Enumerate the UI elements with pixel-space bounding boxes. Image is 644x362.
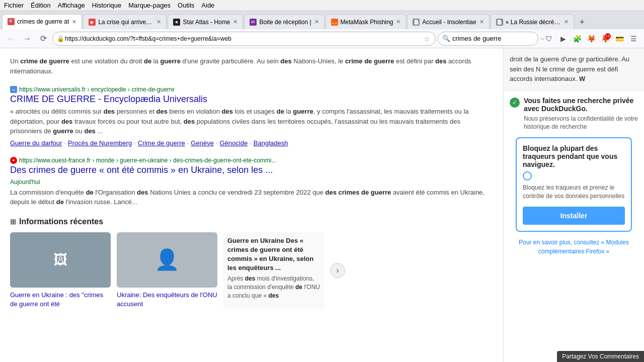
related-link-darfour[interactable]: Guerre du darfour xyxy=(10,139,62,147)
modules-link[interactable]: Pour en savoir plus, consultez « Modules… xyxy=(510,238,638,256)
result-url-3: ● https://www.ouest-france.fr › monde › … xyxy=(10,157,493,164)
privacy-header: ✓ Vous faites une recherche privée avec … xyxy=(510,97,638,132)
tab-label-6: Accueil - Insolentiae xyxy=(422,19,476,26)
menu-marque-pages[interactable]: Marque-pages xyxy=(128,2,171,9)
related-link-nuremberg[interactable]: Procès de Nuremberg xyxy=(68,139,132,147)
news-card-title-1[interactable]: Guerre en Ukraine : des "crimes de guerr… xyxy=(10,291,111,309)
wiki-panel: droit de la guerre d'une gr particulière… xyxy=(504,48,644,90)
shield-icon[interactable]: 🛡 xyxy=(542,32,555,45)
tab-5[interactable]: 🦊 MetaMask Phishing ✕ xyxy=(326,14,407,29)
menu-fichier[interactable]: Fichier xyxy=(4,2,24,9)
related-link-geneve[interactable]: Genève xyxy=(191,139,214,147)
tracker-radio-icon[interactable] xyxy=(523,171,532,180)
tab-close-1[interactable]: ✕ xyxy=(72,19,76,25)
result-url-2: u https://www.universalis.fr › encyclope… xyxy=(10,86,493,93)
result-item-2: u https://www.universalis.fr › encyclope… xyxy=(10,86,493,147)
extensions-icon[interactable]: 🧩 xyxy=(571,32,584,45)
news-card-img-1: 🖼 xyxy=(10,232,111,288)
tab-favicon-2: ▶ xyxy=(89,19,96,26)
tab-close-7[interactable]: ✕ xyxy=(564,19,569,25)
wiki-text: droit de la guerre d'une gr particulière… xyxy=(510,54,638,84)
reload-button[interactable]: ⟳ xyxy=(36,32,50,46)
tab-6[interactable]: 📄 Accueil - Insolentiae ✕ xyxy=(407,14,489,29)
bookmark-star-icon[interactable]: ☆ xyxy=(424,35,430,43)
news-grid: 🖼 Guerre en Ukraine : des "crimes de gue… xyxy=(10,232,493,309)
news-card-1: 🖼 Guerre en Ukraine : des "crimes de gue… xyxy=(10,232,111,309)
metamask-icon[interactable]: 🦊 12 xyxy=(599,32,612,45)
fox-icon[interactable]: 🦊 xyxy=(585,32,598,45)
news-next-button[interactable]: › xyxy=(330,263,345,278)
tab-favicon-7: 📄 xyxy=(496,19,503,26)
tab-close-2[interactable]: ✕ xyxy=(156,19,161,25)
menu-icon[interactable]: ☰ xyxy=(627,32,640,45)
tab-favicon-3: ★ xyxy=(173,19,180,26)
play-icon[interactable]: ▶ xyxy=(556,32,570,45)
url-display[interactable]: https://duckduckgo.com/?t=ffsb&q=crimes+… xyxy=(65,35,422,42)
news-text-title-3: Guerre en Ukraine Des « crimes de guerre… xyxy=(227,236,320,273)
tracker-panel: Bloquez la plupart des traqueurs pendant… xyxy=(516,137,632,232)
result-favicon-3: ● xyxy=(10,157,17,164)
result-title-2[interactable]: CRIME DE GUERRE - Encyclopædia Universal… xyxy=(10,94,493,105)
right-sidebar: droit de la guerre d'une gr particulière… xyxy=(503,48,644,362)
menu-outils[interactable]: Outils xyxy=(178,2,194,9)
related-link-genocide[interactable]: Génocide xyxy=(220,139,248,147)
result-snippet-1: Un crime de guerre est une violation du … xyxy=(10,56,493,76)
tab-label-7: « La Russie décrète ... xyxy=(506,19,561,26)
news-card-3: Guerre en Ukraine Des « crimes de guerre… xyxy=(223,232,324,309)
news-card-img-2: 👤 xyxy=(117,232,217,288)
tab-close-5[interactable]: ✕ xyxy=(396,19,400,25)
privacy-panel: ✓ Vous faites une recherche privée avec … xyxy=(504,90,644,262)
result-snippet-2: « atrocités ou délits commis sur des per… xyxy=(10,107,493,136)
news-card-title-2[interactable]: Ukraine: Des enquêteurs de l'ONU accusen… xyxy=(117,291,217,309)
menu-bar: Fichier Édition Affichage Historique Mar… xyxy=(0,0,644,11)
tab-favicon-5: 🦊 xyxy=(331,19,338,26)
forward-button[interactable]: → xyxy=(20,32,34,46)
tab-close-4[interactable]: ✕ xyxy=(314,19,319,25)
tab-1[interactable]: 🔍 crimes de guerre at ✕ xyxy=(2,14,82,29)
section-header-recent: ⊞ Informations récentes xyxy=(10,217,493,226)
tab-close-6[interactable]: ✕ xyxy=(479,19,484,25)
tab-7[interactable]: 📄 « La Russie décrète ... ✕ xyxy=(491,14,574,29)
metamask-badge: 12 xyxy=(605,33,611,39)
tab-3[interactable]: ★ Star Atlas - Home ✕ xyxy=(168,14,243,29)
tab-2[interactable]: ▶ La crise qui arrive, e... ✕ xyxy=(83,14,167,29)
new-tab-button[interactable]: + xyxy=(575,15,589,29)
tab-favicon-6: 📄 xyxy=(413,19,420,26)
related-links-2: Guerre du darfour · Procès de Nuremberg … xyxy=(10,139,493,147)
install-button[interactable]: Installer xyxy=(523,207,625,225)
menu-historique[interactable]: Historique xyxy=(92,2,122,9)
address-bar: ← → ⟳ 🔒 https://duckduckgo.com/?t=ffsb&q… xyxy=(0,29,644,48)
related-link-bangladesh[interactable]: Bangladesh xyxy=(254,139,288,147)
section-icon-news: ⊞ xyxy=(10,218,16,226)
tab-favicon-1: 🔍 xyxy=(8,18,15,25)
tab-favicon-4: ✉ xyxy=(250,19,257,26)
privacy-check-icon: ✓ xyxy=(510,98,520,108)
tab-label-5: MetaMask Phishing xyxy=(341,19,393,26)
back-button[interactable]: ← xyxy=(4,32,18,46)
news-img-placeholder-1: 🖼 xyxy=(10,232,111,288)
news-img-placeholder-2: 👤 xyxy=(117,232,217,288)
result-date-3: Aujourd'hui xyxy=(10,177,493,187)
bottom-bar[interactable]: Partagez Vos Commentaires xyxy=(557,351,644,362)
search-icon: 🔍 xyxy=(442,35,450,42)
privacy-content: Vous faites une recherche privée avec Du… xyxy=(524,97,638,132)
url-lock-icon: 🔒 xyxy=(57,35,64,42)
wallet-icon[interactable]: 💳 xyxy=(613,32,626,45)
tab-label-1: crimes de guerre at xyxy=(17,18,69,25)
result-url-text-3: https://www.ouest-france.fr › monde › gu… xyxy=(19,157,277,164)
menu-edition[interactable]: Édition xyxy=(31,2,51,9)
menu-aide[interactable]: Aide xyxy=(201,2,214,9)
related-link-crime[interactable]: Crime de guerre xyxy=(138,139,185,147)
privacy-desc: Nous préservons la confidentialité de vo… xyxy=(524,115,638,132)
tracker-title: Bloquez la plupart des traqueurs pendant… xyxy=(523,144,625,168)
tab-4[interactable]: ✉ Boite de réception | ✕ xyxy=(244,14,324,29)
result-item-1: Un crime de guerre est une violation du … xyxy=(10,56,493,76)
results-area: Un crime de guerre est une violation du … xyxy=(0,48,503,362)
menu-affichage[interactable]: Affichage xyxy=(58,2,85,9)
result-snippet-3: La commission d'enquête de l'Organisatio… xyxy=(10,188,493,207)
privacy-title: Vous faites une recherche privée avec Du… xyxy=(524,97,638,113)
content-area: Un crime de guerre est une violation du … xyxy=(0,48,644,362)
result-title-3[interactable]: Des crimes de guerre « ont été commis » … xyxy=(10,165,493,175)
search-input[interactable] xyxy=(452,35,537,42)
tab-close-3[interactable]: ✕ xyxy=(233,19,237,25)
